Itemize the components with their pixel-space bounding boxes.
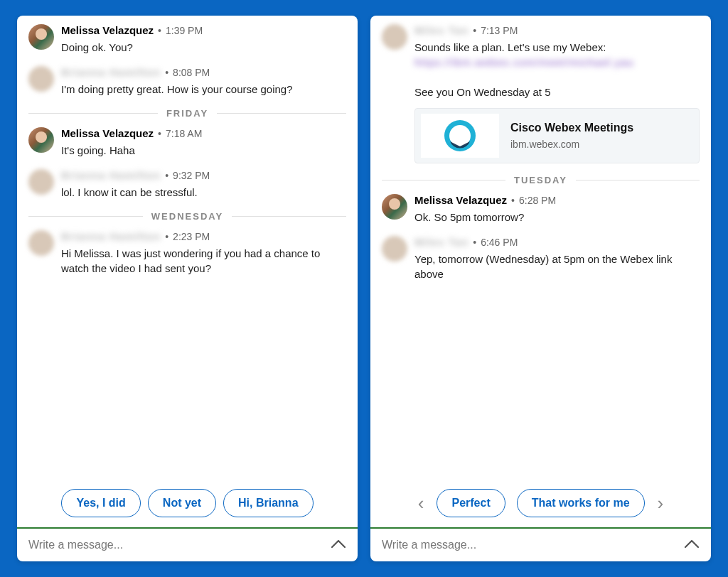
day-separator: TUESDAY bbox=[382, 175, 700, 185]
message-text: lol. I know it can be stressful. bbox=[61, 185, 346, 200]
timestamp: 6:46 PM bbox=[481, 237, 518, 249]
sender-name[interactable]: Brianna Hamilton bbox=[61, 66, 161, 79]
avatar[interactable] bbox=[28, 24, 54, 50]
sender-name[interactable]: Brianna Hamilton bbox=[61, 169, 161, 182]
message: Melissa Velazquez • 6:28 PM Ok. So 5pm t… bbox=[382, 194, 700, 225]
chat-panel-right: Miles Tan • 7:13 PM Sounds like a plan. … bbox=[370, 16, 711, 561]
suggestion-chip[interactable]: That works for me bbox=[517, 489, 645, 517]
separator-dot: • bbox=[158, 25, 161, 37]
separator-dot: • bbox=[511, 195, 515, 207]
sender-name[interactable]: Melissa Velazquez bbox=[61, 24, 154, 37]
sender-name[interactable]: Melissa Velazquez bbox=[414, 194, 507, 207]
webex-icon bbox=[421, 114, 499, 158]
compose-bar bbox=[17, 527, 358, 561]
message-text: I'm doing pretty great. How is your cour… bbox=[61, 82, 346, 97]
day-label: WEDNESDAY bbox=[151, 211, 223, 222]
day-separator: FRIDAY bbox=[28, 108, 346, 119]
message-text: Ok. So 5pm tomorrow? bbox=[414, 210, 700, 225]
message: Melissa Velazquez • 1:39 PM Doing ok. Yo… bbox=[28, 24, 346, 55]
compose-bar bbox=[370, 527, 711, 561]
message-line: Sounds like a plan. Let's use my Webex: bbox=[414, 41, 606, 53]
message: Miles Tan • 6:46 PM Yep, tomorrow (Wedne… bbox=[382, 236, 700, 281]
suggestion-chip[interactable]: Hi, Brianna bbox=[223, 489, 313, 517]
timestamp: 2:23 PM bbox=[173, 231, 210, 243]
chevron-left-icon[interactable]: ‹ bbox=[417, 492, 426, 514]
avatar[interactable] bbox=[28, 127, 54, 153]
chat-panel-left: Melissa Velazquez • 1:39 PM Doing ok. Yo… bbox=[17, 16, 358, 561]
sender-name[interactable]: Melissa Velazquez bbox=[61, 127, 154, 140]
link-title: Cisco Webex Meetings bbox=[510, 122, 690, 134]
timestamp: 7:18 AM bbox=[166, 128, 202, 140]
day-label: FRIDAY bbox=[166, 108, 208, 119]
avatar[interactable] bbox=[28, 230, 54, 256]
sender-name[interactable]: Miles Tan bbox=[414, 236, 469, 249]
link-blurred[interactable]: https://ibm.webex.com/meet/michael.yau bbox=[414, 55, 634, 70]
suggested-replies: Yes, I did Not yet Hi, Brianna bbox=[17, 480, 358, 527]
timestamp: 6:28 PM bbox=[519, 195, 556, 207]
chevron-right-icon[interactable]: › bbox=[656, 492, 665, 514]
avatar[interactable] bbox=[382, 24, 407, 50]
link-preview-card[interactable]: Cisco Webex Meetings ibm.webex.com bbox=[414, 108, 700, 163]
suggestion-chip[interactable]: Not yet bbox=[148, 489, 216, 517]
link-domain: ibm.webex.com bbox=[510, 139, 690, 150]
chevron-up-icon[interactable] bbox=[684, 539, 700, 551]
separator-dot: • bbox=[165, 170, 168, 182]
day-label: TUESDAY bbox=[514, 175, 567, 185]
message-text: Doing ok. You? bbox=[61, 40, 346, 55]
sender-name[interactable]: Brianna Hamilton bbox=[61, 230, 161, 243]
timestamp: 7:13 PM bbox=[481, 25, 518, 37]
suggestion-chip[interactable]: Yes, I did bbox=[61, 489, 140, 517]
message-thread: Miles Tan • 7:13 PM Sounds like a plan. … bbox=[370, 16, 711, 480]
timestamp: 9:32 PM bbox=[173, 170, 210, 182]
compose-input[interactable] bbox=[28, 539, 322, 551]
separator-dot: • bbox=[165, 67, 168, 79]
compose-input[interactable] bbox=[382, 539, 675, 551]
separator-dot: • bbox=[165, 231, 168, 243]
avatar[interactable] bbox=[382, 194, 407, 220]
avatar[interactable] bbox=[382, 236, 407, 261]
timestamp: 8:08 PM bbox=[173, 67, 210, 79]
message-text: Hi Melissa. I was just wondering if you … bbox=[61, 246, 346, 276]
separator-dot: • bbox=[473, 237, 476, 249]
chevron-up-icon[interactable] bbox=[331, 539, 346, 551]
message-thread: Melissa Velazquez • 1:39 PM Doing ok. Yo… bbox=[17, 16, 358, 480]
avatar[interactable] bbox=[28, 66, 54, 92]
message-text: Yep, tomorrow (Wednesday) at 5pm on the … bbox=[414, 252, 700, 281]
separator-dot: • bbox=[158, 128, 161, 140]
message-line: See you On Wednesday at 5 bbox=[414, 86, 551, 98]
message: Brianna Hamilton • 8:08 PM I'm doing pre… bbox=[28, 66, 346, 97]
suggested-replies: ‹ Perfect That works for me › bbox=[370, 480, 711, 527]
message: Melissa Velazquez • 7:18 AM It's going. … bbox=[28, 127, 346, 158]
message: Miles Tan • 7:13 PM Sounds like a plan. … bbox=[382, 24, 700, 163]
message: Brianna Hamilton • 2:23 PM Hi Melissa. I… bbox=[28, 230, 346, 276]
day-separator: WEDNESDAY bbox=[28, 211, 346, 222]
message-text: It's going. Haha bbox=[61, 143, 346, 158]
sender-name[interactable]: Miles Tan bbox=[414, 24, 469, 37]
avatar[interactable] bbox=[28, 169, 54, 195]
separator-dot: • bbox=[473, 25, 476, 37]
suggestion-chip[interactable]: Perfect bbox=[437, 489, 505, 517]
message-text: Sounds like a plan. Let's use my Webex: … bbox=[414, 40, 700, 99]
timestamp: 1:39 PM bbox=[166, 25, 203, 37]
message: Brianna Hamilton • 9:32 PM lol. I know i… bbox=[28, 169, 346, 200]
